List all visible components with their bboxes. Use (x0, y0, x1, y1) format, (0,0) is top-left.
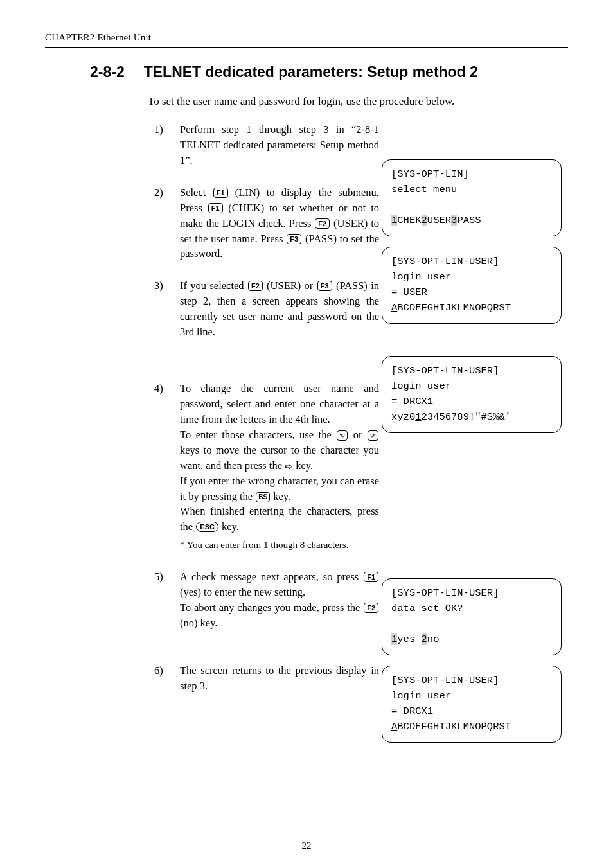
line: [SYS-OPT-LIN-USER] (391, 256, 499, 267)
step-number: 6) (154, 663, 171, 694)
text: 23456789!"#$%&' (422, 411, 511, 423)
section-title-text: TELNET dedicated parameters: Setup metho… (144, 64, 478, 80)
text: (USER) or (263, 279, 317, 292)
step-body: Select F1 (LIN) to display the submenu. … (180, 185, 379, 262)
key-f2-icon: F2 (364, 603, 378, 613)
step-body: A check message next appears, so press F… (180, 569, 379, 631)
text: xyz0 (391, 411, 415, 423)
arrow-right-icon: ➪ (285, 461, 293, 471)
section-number: 2-8-2 (90, 64, 125, 80)
running-head: CHAPTER2 Ethernet Unit (45, 32, 568, 43)
step-number: 3) (154, 278, 171, 340)
text: key. (293, 459, 313, 472)
step-body: The screen returns to the previous displ… (180, 663, 379, 694)
text: (no) key. (180, 617, 218, 629)
cursor-char: A (391, 302, 397, 314)
softkey-label: PASS (457, 215, 481, 226)
cursor-char: A (391, 721, 397, 732)
step-body: To change the current user name and pass… (180, 381, 379, 553)
line: [SYS-OPT-LIN] (391, 168, 469, 180)
softkey-num: 3 (451, 215, 457, 226)
line: select menu (391, 184, 457, 195)
step-number: 1) (154, 122, 171, 168)
key-f2-icon: F2 (248, 281, 263, 291)
line: [SYS-OPT-LIN-USER] (391, 675, 499, 686)
key-bs-icon: BS (256, 492, 270, 502)
lcd-screen-2: [SYS-OPT-LIN-USER] login user = USER ABC… (382, 247, 562, 324)
line: login user (391, 380, 451, 392)
key-f3-icon: F3 (317, 281, 332, 291)
softkey-num: 1 (391, 633, 397, 645)
text: BCDEFGHIJKLMNOPQRST (397, 721, 511, 732)
step-body: If you selected F2 (USER) or F3 (PASS) i… (180, 278, 379, 340)
text: key. (271, 490, 290, 502)
lcd-screen-5: [SYS-OPT-LIN-USER] login user = DRCX1 AB… (382, 666, 562, 743)
softkey-num: 2 (422, 215, 427, 226)
spacer (382, 443, 562, 578)
lcd-screen-3: [SYS-OPT-LIN-USER] login user = DRCX1 xy… (382, 356, 562, 433)
text: If you selected (180, 279, 247, 292)
hand-left-key-icon: ☜ (337, 430, 348, 441)
key-esc-icon: ESC (196, 522, 218, 532)
spacer (382, 334, 562, 356)
softkey-label: yes (397, 633, 421, 645)
text: Select (180, 186, 213, 199)
line: = DRCX1 (391, 705, 433, 717)
line: login user (391, 271, 451, 283)
text: BCDEFGHIJKLMNOPQRST (397, 302, 511, 314)
key-f2-icon: F2 (315, 218, 330, 229)
key-f1-icon: F1 (213, 188, 228, 198)
screens-column: [SYS-OPT-LIN] select menu 1CHEK2USER3PAS… (382, 159, 562, 753)
step-body: Perform step 1 through step 3 in “2-8-1 … (180, 122, 379, 168)
key-f1-icon: F1 (364, 572, 378, 582)
text: To change the current user name and pass… (180, 382, 379, 425)
softkey-label: USER (427, 215, 451, 226)
lcd-screen-1: [SYS-OPT-LIN] select menu 1CHEK2USER3PAS… (382, 159, 562, 236)
key-f3-icon: F3 (287, 234, 301, 244)
step-number: 4) (154, 381, 171, 553)
line: login user (391, 690, 451, 702)
page: CHAPTER2 Ethernet Unit 2-8-2TELNET dedic… (0, 0, 613, 868)
softkey-num: 2 (422, 633, 427, 645)
line: [SYS-OPT-LIN-USER] (391, 365, 499, 376)
softkey-num: 1 (391, 215, 397, 226)
intro-text: To set the user name and password for lo… (148, 95, 568, 108)
line: data set OK? (391, 603, 463, 614)
step-number: 5) (154, 569, 171, 631)
softkey-label: CHEK (397, 215, 421, 226)
step-number: 2) (154, 185, 171, 262)
text: (yes) to enter the new setting. (180, 586, 305, 598)
header-rule (45, 47, 568, 48)
text: To abort any changes you made, press the (180, 601, 363, 614)
page-number: 22 (0, 840, 613, 851)
line: [SYS-OPT-LIN-USER] (391, 587, 499, 599)
line: = USER (391, 287, 427, 298)
softkey-label: no (427, 633, 440, 645)
cursor-char: 1 (415, 411, 421, 423)
text: key. (219, 520, 239, 533)
text: To enter those characters, use the (180, 429, 336, 441)
hand-right-key-icon: ☞ (368, 430, 378, 441)
lcd-screen-4: [SYS-OPT-LIN-USER] data set OK? 1yes 2no (382, 578, 562, 655)
text: or (348, 429, 367, 441)
key-f1-icon: F1 (208, 203, 223, 213)
line: = DRCX1 (391, 396, 433, 407)
text: keys to move the cursor to the character… (180, 444, 379, 472)
step4-note: * You can enter from 1 though 8 characte… (180, 538, 379, 553)
text: A check message next appears, so press (180, 571, 363, 583)
section-heading: 2-8-2TELNET dedicated parameters: Setup … (90, 64, 568, 81)
